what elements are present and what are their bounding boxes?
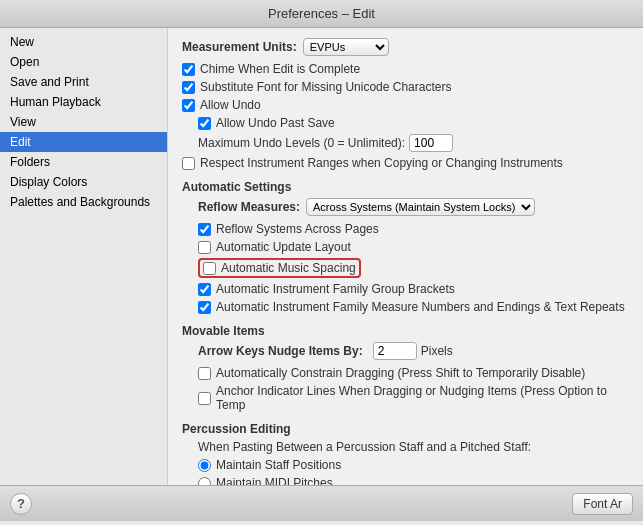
sidebar-item-open[interactable]: Open [0, 52, 167, 72]
substitute-font-checkbox[interactable] [182, 81, 195, 94]
movable-items-header: Movable Items [182, 324, 629, 338]
sidebar-item-edit[interactable]: Edit [0, 132, 167, 152]
automatic-music-spacing-checkbox[interactable] [203, 262, 216, 275]
font-ar-button[interactable]: Font Ar [572, 493, 633, 515]
allow-undo-row: Allow Undo [182, 98, 629, 112]
anchor-indicator-checkbox[interactable] [198, 392, 211, 405]
content-panel: Measurement Units: EVPUs Inches Centimet… [168, 28, 643, 485]
allow-undo-past-save-checkbox[interactable] [198, 117, 211, 130]
sidebar: New Open Save and Print Human Playback V… [0, 28, 168, 485]
automatic-instrument-family-row: Automatic Instrument Family Group Bracke… [198, 282, 629, 296]
allow-undo-label: Allow Undo [200, 98, 261, 112]
maintain-midi-pitches-row: Maintain MIDI Pitches [198, 476, 629, 485]
chime-when-edit-row: Chime When Edit is Complete [182, 62, 629, 76]
automatic-instrument-family-checkbox[interactable] [198, 283, 211, 296]
arrow-keys-row: Arrow Keys Nudge Items By: Pixels [198, 342, 629, 360]
maintain-midi-pitches-label: Maintain MIDI Pitches [216, 476, 333, 485]
automatically-constrain-row: Automatically Constrain Dragging (Press … [198, 366, 629, 380]
automatic-instrument-measure-label: Automatic Instrument Family Measure Numb… [216, 300, 625, 314]
automatic-update-layout-checkbox[interactable] [198, 241, 211, 254]
sidebar-item-palettes-and-backgrounds[interactable]: Palettes and Backgrounds [0, 192, 167, 212]
measurement-units-select[interactable]: EVPUs Inches Centimeters Points Picas Sp… [303, 38, 389, 56]
allow-undo-past-save-row: Allow Undo Past Save [198, 116, 629, 130]
bottom-bar: ? Font Ar [0, 485, 643, 521]
respect-instrument-checkbox[interactable] [182, 157, 195, 170]
reflow-systems-label: Reflow Systems Across Pages [216, 222, 379, 236]
maintain-midi-pitches-radio[interactable] [198, 477, 211, 486]
arrow-keys-label: Arrow Keys Nudge Items By: [198, 344, 363, 358]
title-bar: Preferences – Edit [0, 0, 643, 28]
help-button[interactable]: ? [10, 493, 32, 515]
substitute-font-label: Substitute Font for Missing Unicode Char… [200, 80, 451, 94]
max-undo-row: Maximum Undo Levels (0 = Unlimited): [198, 134, 629, 152]
sidebar-item-human-playback[interactable]: Human Playback [0, 92, 167, 112]
chime-when-edit-label: Chime When Edit is Complete [200, 62, 360, 76]
allow-undo-past-save-label: Allow Undo Past Save [216, 116, 335, 130]
max-undo-input[interactable] [409, 134, 453, 152]
automatic-instrument-measure-checkbox[interactable] [198, 301, 211, 314]
reflow-measures-row: Reflow Measures: Across Systems (Maintai… [198, 198, 629, 216]
anchor-indicator-label: Anchor Indicator Lines When Dragging or … [216, 384, 629, 412]
respect-instrument-label: Respect Instrument Ranges when Copying o… [200, 156, 563, 170]
paste-label-row: When Pasting Between a Percussion Staff … [198, 440, 629, 454]
reflow-measures-select[interactable]: Across Systems (Maintain System Locks) W… [306, 198, 535, 216]
automatically-constrain-label: Automatically Constrain Dragging (Press … [216, 366, 585, 380]
maintain-staff-positions-row: Maintain Staff Positions [198, 458, 629, 472]
pixels-label: Pixels [421, 344, 453, 358]
paste-label: When Pasting Between a Percussion Staff … [198, 440, 531, 454]
reflow-measures-label: Reflow Measures: [198, 200, 300, 214]
automatic-update-layout-label: Automatic Update Layout [216, 240, 351, 254]
automatically-constrain-checkbox[interactable] [198, 367, 211, 380]
respect-instrument-row: Respect Instrument Ranges when Copying o… [182, 156, 629, 170]
arrow-keys-input[interactable] [373, 342, 417, 360]
measurement-units-row: Measurement Units: EVPUs Inches Centimet… [182, 38, 629, 56]
allow-undo-checkbox[interactable] [182, 99, 195, 112]
automatic-music-spacing-highlight: Automatic Music Spacing [198, 258, 361, 278]
substitute-font-row: Substitute Font for Missing Unicode Char… [182, 80, 629, 94]
max-undo-label: Maximum Undo Levels (0 = Unlimited): [198, 136, 405, 150]
sidebar-item-view[interactable]: View [0, 112, 167, 132]
maintain-staff-positions-label: Maintain Staff Positions [216, 458, 341, 472]
window-title: Preferences – Edit [268, 6, 375, 21]
sidebar-item-folders[interactable]: Folders [0, 152, 167, 172]
automatic-instrument-family-label: Automatic Instrument Family Group Bracke… [216, 282, 455, 296]
anchor-indicator-row: Anchor Indicator Lines When Dragging or … [198, 384, 629, 412]
sidebar-item-display-colors[interactable]: Display Colors [0, 172, 167, 192]
automatic-update-layout-row: Automatic Update Layout [198, 240, 629, 254]
automatic-music-spacing-row: Automatic Music Spacing [198, 258, 629, 278]
sidebar-item-save-and-print[interactable]: Save and Print [0, 72, 167, 92]
automatic-music-spacing-label: Automatic Music Spacing [221, 261, 356, 275]
chime-when-edit-checkbox[interactable] [182, 63, 195, 76]
automatic-instrument-measure-row: Automatic Instrument Family Measure Numb… [198, 300, 629, 314]
percussion-editing-header: Percussion Editing [182, 422, 629, 436]
sidebar-item-new[interactable]: New [0, 32, 167, 52]
maintain-staff-positions-radio[interactable] [198, 459, 211, 472]
reflow-systems-checkbox[interactable] [198, 223, 211, 236]
measurement-units-label: Measurement Units: [182, 40, 297, 54]
main-container: New Open Save and Print Human Playback V… [0, 28, 643, 485]
reflow-systems-row: Reflow Systems Across Pages [198, 222, 629, 236]
automatic-settings-header: Automatic Settings [182, 180, 629, 194]
